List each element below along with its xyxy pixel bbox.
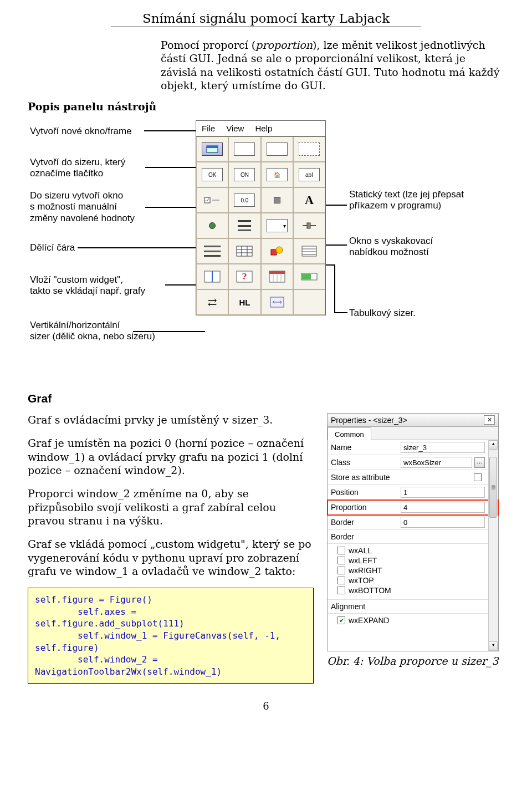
menu-help[interactable]: Help xyxy=(255,124,272,133)
flag-wxleft-checkbox[interactable] xyxy=(337,557,345,564)
tool-boxsizer-icon[interactable]: ⇄ xyxy=(196,289,228,315)
intro-label: Popis panelu nástrojů xyxy=(28,38,161,113)
prop-store-checkbox[interactable] xyxy=(474,473,482,481)
flag-wxtop: wxTOP xyxy=(349,576,374,585)
ann-static-text: Statický text (lze jej přepsat příkazem … xyxy=(349,189,464,212)
scrollbar-up-icon[interactable]: ▴ xyxy=(489,440,498,450)
page-number: 6 xyxy=(28,700,504,712)
intro-p1a: Pomocí proporcí ( xyxy=(161,39,255,51)
graf-p1: Graf s ovládacími prvky je umístěný v si… xyxy=(28,413,314,426)
tool-choice-icon[interactable]: ▾ xyxy=(261,213,293,238)
prop-store-row: Store as attribute xyxy=(328,470,498,485)
tool-okbutton-icon[interactable]: OK xyxy=(196,162,228,187)
graf-right-column: Properties - <sizer_3> ✕ Common Name ▲ C… xyxy=(327,413,504,684)
prop-proportion-row: Proportion ▴▾ xyxy=(328,500,498,515)
tool-calendar-icon[interactable] xyxy=(261,264,293,289)
tool-spacer-icon[interactable] xyxy=(261,289,293,315)
scrollbar-down-icon[interactable]: ▾ xyxy=(489,641,498,651)
svg-rect-0 xyxy=(207,146,218,152)
svg-point-12 xyxy=(276,247,283,253)
svg-rect-17 xyxy=(204,271,220,282)
prop-border-label: Border xyxy=(331,518,397,527)
tool-textctrl-icon[interactable]: abI xyxy=(293,162,325,187)
scrollbar-thumb[interactable] xyxy=(489,457,497,518)
flag-wxall-checkbox[interactable] xyxy=(337,547,345,554)
tool-listbox-icon[interactable] xyxy=(228,213,260,238)
menu-file[interactable]: File xyxy=(202,124,215,133)
prop-class-input[interactable] xyxy=(401,457,472,468)
prop-border-input[interactable] xyxy=(401,517,485,528)
svg-rect-2 xyxy=(204,197,210,203)
close-icon[interactable]: ✕ xyxy=(484,415,495,425)
properties-scrollbar[interactable]: ▴ ▾ xyxy=(488,440,498,651)
ann-button-sizer: Vytvoří do sizeru, který označíme tlačít… xyxy=(30,157,125,180)
prop-position-row: Position ▴▾ xyxy=(328,485,498,500)
flag-wxexpand: wxEXPAND xyxy=(349,616,390,625)
prop-position-input[interactable] xyxy=(401,487,485,498)
graf-p4: Graf se vkládá pomocí „custom widgetu", … xyxy=(28,537,314,578)
tool-panel-icon[interactable] xyxy=(261,136,293,162)
tool-staticline-icon[interactable] xyxy=(196,238,228,264)
tool-checkbox-icon[interactable] xyxy=(196,187,228,213)
svg-rect-26 xyxy=(301,273,317,280)
tool-dialog-icon[interactable] xyxy=(228,136,260,162)
svg-rect-1 xyxy=(207,146,218,148)
ann-divider: Dělící čára xyxy=(30,242,75,253)
tool-listctrl-icon[interactable] xyxy=(293,238,325,264)
tool-empty1-icon[interactable] xyxy=(261,187,293,213)
tool-radiobutton-icon[interactable] xyxy=(196,213,228,238)
alignment-section-label: Alignment xyxy=(328,600,498,614)
tool-hl-icon[interactable]: HL xyxy=(228,289,260,315)
arrow-icon: ⇄ xyxy=(208,295,217,309)
prop-name-input[interactable] xyxy=(401,442,485,453)
code-box: self.figure = Figure() self.axes = self.… xyxy=(28,588,314,684)
tab-common[interactable]: Common xyxy=(328,427,371,440)
flag-wxright-checkbox[interactable] xyxy=(337,567,345,574)
tool-spinctrl-icon[interactable]: 0.0 xyxy=(228,187,260,213)
properties-panel: Properties - <sizer_3> ✕ Common Name ▲ C… xyxy=(327,413,499,651)
prop-name-label: Name xyxy=(331,443,397,452)
ann-combo: Okno s vyskakovací nabídkou možností xyxy=(349,236,433,258)
menu-view[interactable]: View xyxy=(226,124,244,133)
tool-palette: File View Help OK ON 🏠 abI 0.0 A ▾ xyxy=(196,120,326,315)
tool-bitmapbutton-icon[interactable]: 🏠 xyxy=(261,162,293,187)
prop-class-row: Class … xyxy=(328,455,498,470)
intro-p1-italic: proportion xyxy=(255,39,313,51)
properties-title: Properties - <sizer_3> xyxy=(331,416,407,425)
graf-p3: Proporci window_2 změníme na 0, aby se p… xyxy=(28,487,314,527)
ellipsis-button[interactable]: … xyxy=(474,457,485,468)
tool-notebook-icon[interactable] xyxy=(293,136,325,162)
tool-togglebutton-icon[interactable]: ON xyxy=(228,162,260,187)
prop-proportion-input[interactable] xyxy=(401,502,485,513)
tool-grid-icon[interactable] xyxy=(228,238,260,264)
tool-slider-icon[interactable] xyxy=(293,213,325,238)
properties-tabs: Common xyxy=(328,427,498,440)
flag-wxbottom: wxBOTTOM xyxy=(349,586,391,595)
svg-rect-11 xyxy=(271,249,277,255)
svg-rect-28 xyxy=(270,297,284,307)
flag-wxexpand-checkbox[interactable]: ✔ xyxy=(337,616,345,624)
page-title: Snímání signálu pomocí karty Labjack xyxy=(28,11,504,26)
graf-text-column: Graf s ovládacími prvky je umístěný v si… xyxy=(28,413,314,684)
svg-rect-21 xyxy=(269,271,285,282)
tool-shapes-icon[interactable] xyxy=(261,238,293,264)
tool-gauge-icon[interactable] xyxy=(293,264,325,289)
graf-p2: Graf je umístěn na pozici 0 (horní pozic… xyxy=(28,436,314,477)
border-flags-list: wxALL wxLEFT wxRIGHT wxTOP wxBOTTOM xyxy=(328,544,498,600)
intro-row: Popis panelu nástrojů Pomocí proporcí (p… xyxy=(28,38,504,113)
tool-statictext-icon[interactable]: A xyxy=(293,187,325,213)
flag-wxbottom-checkbox[interactable] xyxy=(337,587,345,594)
border-section-label: Border xyxy=(328,530,498,544)
flag-wxtop-checkbox[interactable] xyxy=(337,577,345,584)
toolbar-diagram: Vytvoří nové okno/frame Vytvoří do sizer… xyxy=(28,120,504,375)
tool-splitter-icon[interactable] xyxy=(196,264,228,289)
graf-heading: Graf xyxy=(28,392,504,405)
prop-position-label: Position xyxy=(331,488,397,497)
tool-custom-icon[interactable]: ? xyxy=(228,264,260,289)
tool-empty2-icon[interactable] xyxy=(293,289,325,315)
svg-text:?: ? xyxy=(242,272,247,282)
ann-custom: Vloží "custom widget", takto se vkládají… xyxy=(30,274,145,297)
tool-frame-icon[interactable] xyxy=(196,136,228,162)
prop-class-label: Class xyxy=(331,458,397,467)
flag-wxright: wxRIGHT xyxy=(349,566,382,575)
